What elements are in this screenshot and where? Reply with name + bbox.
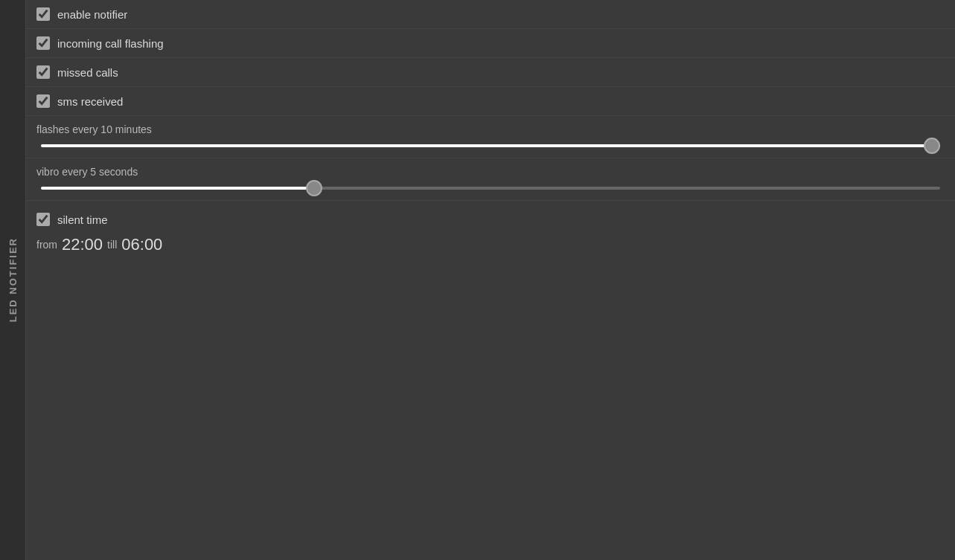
silent-time-label[interactable]: silent time: [57, 213, 108, 226]
vibro-slider[interactable]: [41, 187, 940, 190]
enable-notifier-checkbox[interactable]: [36, 7, 50, 21]
sms-received-row: sms received: [26, 87, 955, 116]
vibro-slider-section: vibro every 5 seconds: [26, 158, 955, 201]
vibro-slider-description: vibro every 5 seconds: [36, 166, 945, 178]
enable-notifier-row: enable notifier: [26, 0, 955, 29]
sms-received-checkbox[interactable]: [36, 94, 50, 108]
till-label: till: [107, 239, 117, 251]
till-time-value[interactable]: 06:00: [121, 235, 162, 254]
missed-calls-checkbox[interactable]: [36, 65, 50, 79]
incoming-call-flashing-label[interactable]: incoming call flashing: [57, 37, 164, 50]
missed-calls-label[interactable]: missed calls: [57, 66, 118, 79]
sidebar-label: LED NOTIFIER: [7, 237, 19, 322]
flash-slider[interactable]: [41, 144, 940, 147]
enable-notifier-label[interactable]: enable notifier: [57, 8, 127, 21]
incoming-call-flashing-row: incoming call flashing: [26, 29, 955, 58]
main-content: enable notifier incoming call flashing m…: [26, 0, 955, 560]
silent-time-range-row: from 22:00 till 06:00: [36, 231, 945, 259]
from-label: from: [36, 239, 57, 251]
sidebar: LED NOTIFIER: [0, 0, 26, 560]
missed-calls-row: missed calls: [26, 58, 955, 87]
silent-time-checkbox-row: silent time: [36, 208, 945, 231]
silent-time-checkbox[interactable]: [36, 213, 50, 226]
sms-received-label[interactable]: sms received: [57, 95, 123, 108]
flash-slider-description: flashes every 10 minutes: [36, 123, 945, 135]
flash-slider-section: flashes every 10 minutes: [26, 116, 955, 158]
vibro-slider-container: [36, 187, 945, 190]
incoming-call-flashing-checkbox[interactable]: [36, 36, 50, 50]
from-time-value[interactable]: 22:00: [62, 235, 103, 254]
flash-slider-container: [36, 144, 945, 147]
silent-time-section: silent time from 22:00 till 06:00: [26, 201, 955, 266]
